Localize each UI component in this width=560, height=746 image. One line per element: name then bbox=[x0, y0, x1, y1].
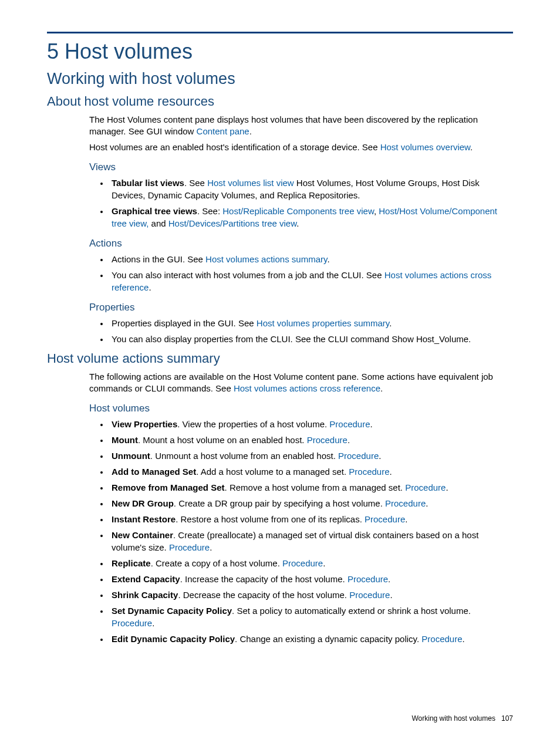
term: Graphical tree views bbox=[112, 206, 197, 216]
section-title: Working with host volumes bbox=[47, 70, 513, 88]
text: . bbox=[426, 498, 428, 508]
heading-actions: Actions bbox=[89, 238, 513, 249]
action-name: Instant Restore bbox=[112, 514, 176, 524]
link-tree1[interactable]: Host/Replicable Components tree view bbox=[222, 206, 374, 216]
heading-host-volumes: Host volumes bbox=[89, 403, 513, 414]
subsection-about: About host volume resources bbox=[47, 94, 513, 109]
paragraph: The Host Volumes content pane displays h… bbox=[89, 114, 513, 138]
link-hv-actions-summary[interactable]: Host volumes actions summary bbox=[205, 254, 327, 264]
action-name: Extend Capacity bbox=[112, 574, 180, 584]
action-name: Shrink Capacity bbox=[112, 590, 178, 600]
list-item: Remove from Managed Set. Remove a host v… bbox=[109, 481, 513, 494]
action-name: Add to Managed Set bbox=[112, 467, 196, 477]
list-item: Replicate. Create a copy of a host volum… bbox=[109, 557, 513, 569]
text: You can also display properties from the… bbox=[112, 334, 471, 344]
link-procedure[interactable]: Procedure bbox=[421, 634, 462, 644]
link-procedure[interactable]: Procedure bbox=[329, 419, 370, 429]
footer-text: Working with host volumes bbox=[411, 714, 495, 723]
text: . Create a DR group pair by specifying a… bbox=[174, 498, 385, 508]
text: . bbox=[470, 142, 473, 152]
text: . bbox=[390, 590, 392, 600]
link-hv-list-view[interactable]: Host volumes list view bbox=[207, 178, 294, 188]
link-procedure[interactable]: Procedure bbox=[338, 451, 379, 461]
link-procedure[interactable]: Procedure bbox=[307, 435, 348, 445]
text: . bbox=[463, 634, 465, 644]
views-list: Tabular list views. See Host volumes lis… bbox=[89, 177, 513, 229]
list-item: Shrink Capacity. Decrease the capacity o… bbox=[109, 589, 513, 601]
text: . bbox=[210, 542, 212, 552]
text: . Increase the capacity of the host volu… bbox=[180, 574, 348, 584]
text: . bbox=[149, 282, 151, 292]
text: . Remove a host volume from a managed se… bbox=[225, 482, 406, 492]
list-item: New DR Group. Create a DR group pair by … bbox=[109, 497, 513, 509]
text: and bbox=[149, 218, 168, 228]
text: . Unmount a host volume from an enabled … bbox=[150, 451, 338, 461]
action-name: Remove from Managed Set bbox=[112, 482, 225, 492]
text: . bbox=[296, 218, 299, 228]
subsection-actions-summary: Host volume actions summary bbox=[47, 351, 513, 366]
list-item: New Container. Create (preallocate) a ma… bbox=[109, 529, 513, 553]
action-name: Unmount bbox=[112, 451, 150, 461]
text: . View the properties of a host volume. bbox=[177, 419, 329, 429]
actions-list: Actions in the GUI. See Host volumes act… bbox=[89, 253, 513, 293]
page-number: 107 bbox=[501, 714, 513, 723]
text: . Change an existing a dynamic capacity … bbox=[235, 634, 421, 644]
page-footer: Working with host volumes 107 bbox=[411, 714, 513, 723]
properties-list: Properties displayed in the GUI. See Hos… bbox=[89, 317, 513, 345]
paragraph: The following actions are available on t… bbox=[89, 371, 513, 395]
text: . See: bbox=[197, 206, 222, 216]
link-content-pane[interactable]: Content pane bbox=[197, 126, 249, 136]
document-page: 5 Host volumes Working with host volumes… bbox=[0, 0, 560, 746]
link-procedure[interactable]: Procedure bbox=[112, 618, 152, 628]
text: . Restore a host volume from one of its … bbox=[176, 514, 365, 524]
link-tree3[interactable]: Host/Devices/Partitions tree view bbox=[168, 218, 296, 228]
text: . Decrease the capacity of the host volu… bbox=[178, 590, 349, 600]
text: . Create a copy of a host volume. bbox=[151, 558, 282, 568]
text: . Set a policy to automatically extend o… bbox=[232, 606, 471, 616]
text: . bbox=[348, 435, 350, 445]
list-item: You can also display properties from the… bbox=[109, 333, 513, 345]
chapter-title: 5 Host volumes bbox=[47, 39, 513, 64]
link-hv-props-summary[interactable]: Host volumes properties summary bbox=[257, 318, 389, 328]
text: , bbox=[374, 206, 379, 216]
text: . Add a host volume to a managed set. bbox=[196, 467, 349, 477]
text: . See bbox=[184, 178, 207, 188]
text: . bbox=[152, 618, 154, 628]
text: . bbox=[370, 419, 373, 429]
text: . bbox=[379, 451, 381, 461]
text: . bbox=[388, 574, 390, 584]
term: Tabular list views bbox=[112, 178, 184, 188]
link-procedure[interactable]: Procedure bbox=[349, 467, 389, 477]
link-procedure[interactable]: Procedure bbox=[348, 574, 388, 584]
text: . bbox=[389, 318, 392, 328]
text: The Host Volumes content pane displays h… bbox=[89, 114, 478, 136]
link-procedure[interactable]: Procedure bbox=[169, 542, 210, 552]
text: . bbox=[446, 482, 448, 492]
text: . bbox=[405, 514, 407, 524]
list-item: Unmount. Unmount a host volume from an e… bbox=[109, 450, 513, 462]
link-procedure[interactable]: Procedure bbox=[405, 482, 446, 492]
list-item: Mount. Mount a host volume on an enabled… bbox=[109, 434, 513, 446]
action-name: View Properties bbox=[112, 419, 177, 429]
action-name: New DR Group bbox=[112, 498, 174, 508]
action-name: Mount bbox=[112, 435, 138, 445]
link-xref2[interactable]: Host volumes actions cross reference bbox=[234, 383, 380, 393]
top-rule bbox=[47, 32, 513, 33]
action-name: Edit Dynamic Capacity Policy bbox=[112, 634, 235, 644]
heading-views: Views bbox=[89, 161, 513, 173]
link-procedure[interactable]: Procedure bbox=[349, 590, 390, 600]
list-item: Tabular list views. See Host volumes lis… bbox=[109, 177, 513, 201]
link-procedure[interactable]: Procedure bbox=[385, 498, 426, 508]
link-procedure[interactable]: Procedure bbox=[282, 558, 323, 568]
text: You can also interact with host volumes … bbox=[112, 270, 384, 280]
text: . bbox=[249, 126, 252, 136]
link-procedure[interactable]: Procedure bbox=[365, 514, 405, 524]
list-item: You can also interact with host volumes … bbox=[109, 269, 513, 293]
text: . bbox=[380, 383, 383, 393]
action-name: Replicate bbox=[112, 558, 151, 568]
list-item: View Properties. View the properties of … bbox=[109, 418, 513, 430]
link-hv-overview[interactable]: Host volumes overview bbox=[380, 142, 470, 152]
text: . bbox=[323, 558, 325, 568]
list-item: Instant Restore. Restore a host volume f… bbox=[109, 513, 513, 525]
text: . Mount a host volume on an enabled host… bbox=[138, 435, 307, 445]
